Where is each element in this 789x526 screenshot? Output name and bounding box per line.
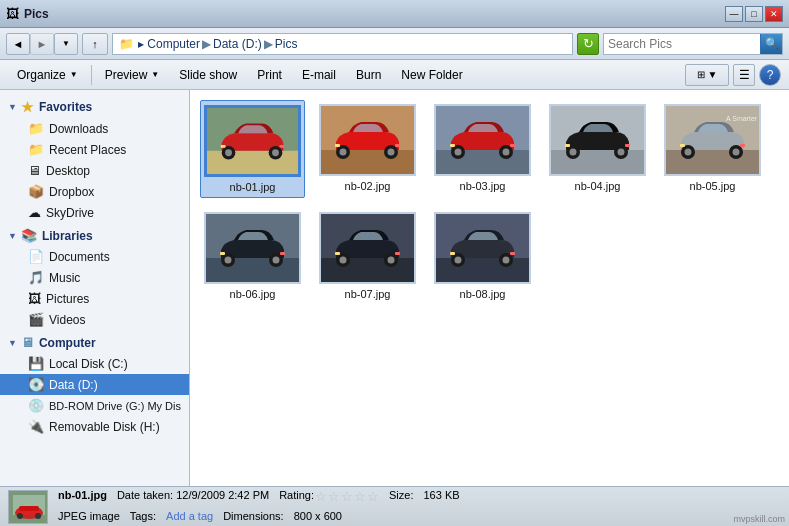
sidebar-item-local-disk-c[interactable]: 💾 Local Disk (C:)	[0, 353, 189, 374]
star-2[interactable]: ☆	[328, 487, 340, 508]
favorites-section: ▼ ★ Favorites 📁 Downloads 📁 Recent Place…	[0, 96, 189, 223]
sidebar-item-removable-h[interactable]: 🔌 Removable Disk (H:)	[0, 416, 189, 437]
print-button[interactable]: Print	[248, 63, 291, 87]
minimize-button[interactable]: —	[725, 6, 743, 22]
slideshow-button[interactable]: Slide show	[170, 63, 246, 87]
file-item-nb-03_jpg[interactable]: nb-03.jpg	[430, 100, 535, 198]
status-dimensions-label: Dimensions:	[223, 508, 284, 526]
favorites-header[interactable]: ▼ ★ Favorites	[0, 96, 189, 118]
email-button[interactable]: E-mail	[293, 63, 345, 87]
star-3[interactable]: ☆	[341, 487, 353, 508]
search-input[interactable]	[604, 37, 760, 51]
svg-rect-39	[740, 144, 745, 147]
local-disk-c-icon: 💾	[28, 356, 44, 371]
documents-label: Documents	[49, 250, 110, 264]
desktop-label: Desktop	[46, 164, 90, 178]
removable-h-icon: 🔌	[28, 419, 44, 434]
star-5[interactable]: ☆	[367, 487, 379, 508]
back-button[interactable]: ◄	[6, 33, 30, 55]
rating-label: Rating:	[279, 487, 314, 508]
computer-header[interactable]: ▼ 🖥 Computer	[0, 332, 189, 353]
new-folder-label: New Folder	[401, 68, 462, 82]
recent-places-icon: 📁	[28, 142, 44, 157]
file-item-nb-02_jpg[interactable]: nb-02.jpg	[315, 100, 420, 198]
svg-point-60	[455, 257, 462, 264]
sidebar-item-recent-places[interactable]: 📁 Recent Places	[0, 139, 189, 160]
svg-point-21	[503, 149, 510, 156]
file-item-nb-05_jpg[interactable]: A Smarter Livestylenb-05.jpg	[660, 100, 765, 198]
status-date: Date taken: 12/9/2009 2:42 PM	[117, 487, 269, 508]
svg-point-11	[340, 149, 347, 156]
libraries-header[interactable]: ▼ 📚 Libraries	[0, 225, 189, 246]
organize-label: Organize	[17, 68, 66, 82]
sidebar-item-downloads[interactable]: 📁 Downloads	[0, 118, 189, 139]
sidebar-item-pictures[interactable]: 🖼 Pictures	[0, 288, 189, 309]
car-image-nb-05_jpg: A Smarter Livestyle	[666, 106, 759, 174]
svg-point-29	[618, 149, 625, 156]
search-button[interactable]: 🔍	[760, 34, 782, 54]
file-item-nb-04_jpg[interactable]: nb-04.jpg	[545, 100, 650, 198]
bd-rom-g-label: BD-ROM Drive (G:) My Dis	[49, 400, 181, 412]
sidebar-item-dropbox[interactable]: 📦 Dropbox	[0, 181, 189, 202]
star-4[interactable]: ☆	[354, 487, 366, 508]
svg-rect-48	[280, 252, 285, 255]
watermark: mvpskill.com	[733, 514, 785, 524]
title-bar-icon: 🖼	[6, 6, 19, 21]
recent-button[interactable]: ▼	[54, 33, 78, 55]
status-dimensions-value: 800 x 600	[294, 508, 342, 526]
organize-button[interactable]: Organize ▼	[8, 63, 87, 87]
star-1[interactable]: ☆	[315, 487, 327, 508]
view-details-button[interactable]: ☰	[733, 64, 755, 86]
sidebar-item-skydrive[interactable]: ☁ SkyDrive	[0, 202, 189, 223]
downloads-icon: 📁	[28, 121, 44, 136]
toolbar-right: ⊞ ▼ ☰ ?	[685, 64, 781, 86]
sidebar-item-documents[interactable]: 📄 Documents	[0, 246, 189, 267]
car-image-nb-08_jpg	[436, 214, 529, 282]
status-filename: nb-01.jpg	[58, 487, 107, 508]
title-bar-title: Pics	[24, 7, 725, 21]
sidebar-item-data-d[interactable]: 💽 Data (D:)	[0, 374, 189, 395]
svg-rect-56	[395, 252, 400, 255]
up-button[interactable]: ↑	[82, 33, 108, 55]
sidebar-item-videos[interactable]: 🎬 Videos	[0, 309, 189, 330]
svg-rect-22	[450, 144, 455, 147]
file-item-nb-06_jpg[interactable]: nb-06.jpg	[200, 208, 305, 304]
search-box: 🔍	[603, 33, 783, 55]
documents-icon: 📄	[28, 249, 44, 264]
file-item-nb-01_jpg[interactable]: nb-01.jpg	[200, 100, 305, 198]
svg-point-13	[388, 149, 395, 156]
svg-rect-63	[450, 252, 455, 255]
main-content: ▼ ★ Favorites 📁 Downloads 📁 Recent Place…	[0, 90, 789, 486]
pictures-label: Pictures	[46, 292, 89, 306]
svg-rect-58	[436, 258, 529, 282]
svg-point-27	[570, 149, 577, 156]
sidebar-item-desktop[interactable]: 🖥 Desktop	[0, 160, 189, 181]
svg-rect-33	[666, 150, 759, 174]
toolbar: Organize ▼ Preview ▼ Slide show Print E-…	[0, 60, 789, 90]
view-icons-button[interactable]: ⊞ ▼	[685, 64, 729, 86]
sidebar-item-music[interactable]: 🎵 Music	[0, 267, 189, 288]
recent-places-label: Recent Places	[49, 143, 126, 157]
favorites-expand-icon: ▼	[8, 102, 17, 112]
svg-rect-17	[436, 150, 529, 174]
file-item-nb-08_jpg[interactable]: nb-08.jpg	[430, 208, 535, 304]
svg-rect-14	[335, 144, 340, 147]
svg-point-44	[225, 257, 232, 264]
car-image-nb-04_jpg	[551, 106, 644, 174]
sidebar-item-bd-rom-g[interactable]: 💿 BD-ROM Drive (G:) My Dis	[0, 395, 189, 416]
preview-label: Preview	[105, 68, 148, 82]
forward-button[interactable]: ►	[30, 33, 54, 55]
file-label-nb-04_jpg: nb-04.jpg	[575, 180, 621, 192]
burn-button[interactable]: Burn	[347, 63, 390, 87]
refresh-button[interactable]: ↻	[577, 33, 599, 55]
skydrive-icon: ☁	[28, 205, 41, 220]
preview-button[interactable]: Preview ▼	[96, 63, 169, 87]
dropbox-icon: 📦	[28, 184, 44, 199]
new-folder-button[interactable]: New Folder	[392, 63, 471, 87]
help-button[interactable]: ?	[759, 64, 781, 86]
close-button[interactable]: ✕	[765, 6, 783, 22]
file-item-nb-07_jpg[interactable]: nb-07.jpg	[315, 208, 420, 304]
address-path[interactable]: 📁 ▸ Computer ▶ Data (D:) ▶ Pics	[112, 33, 573, 55]
maximize-button[interactable]: □	[745, 6, 763, 22]
svg-rect-47	[220, 252, 225, 255]
